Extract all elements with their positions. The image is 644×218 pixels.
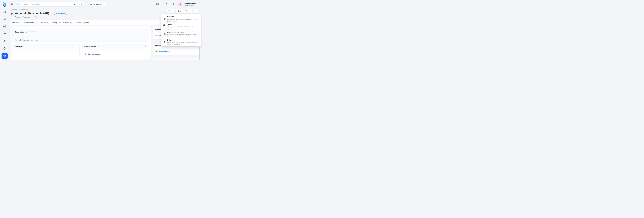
domains-globe-icon[interactable] [3, 47, 6, 50]
globe-icon [90, 3, 92, 5]
downvote-button[interactable]: 0 [176, 9, 183, 13]
style-icon [163, 24, 165, 26]
edit-description-button[interactable] [25, 31, 28, 33]
glossary-term-icon [10, 13, 14, 17]
help-icon[interactable]: ? [172, 3, 175, 5]
tab-glossary-terms[interactable]: Glossary Terms3 [23, 22, 38, 24]
collapse-synonyms-button[interactable] [74, 45, 78, 48]
chevron-up-icon [196, 60, 198, 60]
all-domains-button[interactable]: All Domains [88, 2, 106, 6]
home-icon[interactable] [3, 10, 6, 13]
page-title: Accounts Receivable (AR) [15, 11, 49, 15]
edit-pencil-icon [26, 31, 28, 33]
tab-assets[interactable]: Assets0 [41, 22, 49, 24]
menu-item-description: Deleting this Glossary Term would perman… [167, 41, 199, 46]
user-name: Rounakpreet.d [184, 2, 196, 4]
owners-title: Owners [155, 45, 162, 47]
insights-bulb-icon[interactable] [3, 40, 6, 43]
chevron-down-icon [159, 3, 161, 5]
sidebar-item-govern-active[interactable] [2, 53, 8, 59]
tab-label: Assets [41, 22, 46, 24]
reviewer-title: Reviewer [155, 60, 163, 60]
collapse-description-button[interactable] [144, 30, 147, 33]
sidebar-toggle-icon[interactable] [11, 3, 13, 5]
next-section-partial [12, 59, 80, 60]
search-input[interactable]: Search for Data Assets [23, 3, 74, 5]
breadcrumb-separator: / [19, 9, 20, 11]
reviewer-card-partial: Reviewer [153, 58, 200, 60]
thumbs-up-icon [168, 10, 170, 12]
breadcrumb-glossaries[interactable]: Glossaries [11, 9, 18, 11]
explore-compass-icon[interactable] [3, 18, 6, 21]
add-reviewer-button[interactable] [170, 59, 173, 60]
description-section: Description ? Accounts Receivable are so… [12, 29, 149, 42]
user-avatar[interactable]: R [178, 2, 182, 6]
status-badge[interactable]: In Review [54, 12, 67, 15]
chat-bubbles-icon [33, 31, 35, 33]
version-value: 1.6 [188, 10, 191, 12]
term-display-name: Accounts Receivable [15, 16, 31, 18]
owner-link[interactable]: Prajwal Pandit [159, 51, 170, 52]
user-menu-chevron-icon[interactable] [197, 3, 199, 5]
chevron-up-icon [145, 31, 146, 33]
tab-label: Activity Feeds & Tasks [52, 22, 69, 24]
language-dropdown[interactable]: EN [156, 3, 161, 5]
svg-text:?: ? [30, 31, 31, 32]
book-icon [85, 53, 87, 55]
search-scope-dropdown[interactable]: All [74, 3, 78, 5]
plus-icon [171, 60, 172, 60]
search-icon[interactable] [81, 3, 83, 5]
thumbs-down-icon [177, 10, 179, 12]
eye-icon [56, 12, 58, 14]
related-terms-section: Related Terms Chart of Accounts [82, 44, 149, 57]
status-label: In Review [58, 12, 66, 14]
comments-button[interactable] [33, 31, 36, 33]
tab-overview[interactable]: Overview [12, 22, 20, 24]
collapse-related-terms-button[interactable] [144, 45, 147, 48]
globe-icon [155, 34, 157, 36]
related-term-chip[interactable]: Chart of Accounts [84, 53, 101, 56]
tab-custom-properties[interactable]: Custom Properties [76, 22, 90, 24]
menu-item-label: Delete [167, 39, 199, 41]
tab-activity-feeds[interactable]: Activity Feeds & Tasks20 [52, 22, 72, 24]
collapse-reviewer-button[interactable] [196, 59, 198, 60]
description-title: Description [15, 31, 24, 33]
svg-text:?: ? [173, 4, 174, 5]
related-term-label: Chart of Accounts [88, 53, 100, 55]
all-domains-label: All Domains [93, 3, 102, 5]
description-text: Accounts Receivable are so cool~ [15, 39, 40, 41]
notifications-bell-icon[interactable] [166, 3, 168, 5]
more-options-button[interactable] [194, 9, 198, 13]
active-tab-underline [12, 25, 20, 25]
ai-sparkle-icon[interactable] [16, 3, 20, 6]
window-edge [202, 7, 202, 60]
owner-avatar: P [155, 50, 158, 53]
menu-item-description: Change icon and badge color for the Glos… [168, 26, 199, 30]
global-search-bar[interactable]: Search for Data Assets All [15, 2, 85, 6]
bank-icon [3, 54, 6, 57]
search-scope-value: All [74, 3, 76, 5]
lineage-flow-icon[interactable] [3, 25, 6, 28]
observability-icon[interactable] [3, 32, 6, 35]
version-button[interactable]: 1.6 [184, 9, 192, 13]
manage-context-menu: Rename Rename the Name and Display Name … [161, 14, 201, 46]
hierarchy-icon [164, 33, 166, 36]
page-scrollbar[interactable] [199, 47, 200, 60]
menu-item-change-parent-term[interactable]: Change Parent Term Modify the hierarchy … [162, 31, 200, 38]
menu-item-delete[interactable]: Delete Deleting this Glossary Term would… [162, 39, 200, 46]
edit-related-terms-button[interactable] [97, 45, 100, 48]
comment-question-icon: ? [30, 31, 31, 33]
chevron-up-icon [145, 46, 146, 47]
request-description-button[interactable]: ? [29, 31, 32, 33]
menu-item-rename[interactable]: Rename Rename the Name and Display Name … [162, 15, 200, 22]
upvote-button[interactable]: 0 [167, 9, 174, 13]
breadcrumb: Glossaries / Accounting [11, 9, 28, 11]
app-logo[interactable] [2, 1, 7, 7]
user-role: Data Steward [184, 4, 194, 6]
copy-name-button[interactable] [35, 15, 38, 18]
menu-item-style[interactable]: Style Change icon and badge color for th… [162, 22, 199, 30]
glossary-term-page: Search for Data Assets All All Domains E… [0, 0, 202, 60]
add-synonym-button[interactable] [24, 45, 27, 48]
breadcrumb-accounting[interactable]: Accounting [20, 9, 28, 11]
version-history-icon [186, 10, 188, 12]
